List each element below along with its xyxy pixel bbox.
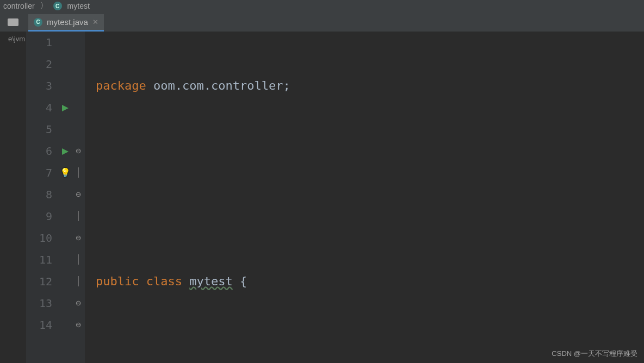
line-number[interactable]: 14 bbox=[26, 314, 52, 336]
fold-toggle-icon[interactable]: ⊖ bbox=[72, 140, 85, 162]
tab-mytest[interactable]: C mytest.java ✕ bbox=[28, 14, 104, 32]
code-token: public bbox=[96, 274, 146, 288]
fold-end-icon[interactable]: ⊖ bbox=[72, 314, 85, 336]
breadcrumb-item[interactable]: controller bbox=[3, 2, 35, 10]
line-number[interactable]: 4 bbox=[26, 97, 52, 118]
code-token: oom.com.controller; bbox=[153, 79, 290, 92]
fold-end-icon[interactable]: ⊖ bbox=[72, 292, 85, 314]
fold-end-icon[interactable]: ⊖ bbox=[72, 227, 85, 249]
editor: e\jvm 1 2 3 4 5 6 7 8 9 10 11 12 13 14 💡… bbox=[0, 32, 644, 363]
line-number[interactable]: 9 bbox=[26, 205, 52, 227]
lightbulb-icon[interactable]: 💡 bbox=[60, 167, 71, 178]
breadcrumb-item[interactable]: mytest bbox=[67, 2, 90, 10]
line-number[interactable]: 10 bbox=[26, 227, 52, 249]
code-area[interactable]: package oom.com.controller; public class… bbox=[85, 32, 644, 363]
code-token: package bbox=[96, 79, 153, 92]
code-token: class bbox=[146, 274, 189, 288]
watermark: CSDN @一天不写程序难受 bbox=[552, 349, 637, 359]
line-number-gutter[interactable]: 1 2 3 4 5 6 7 8 9 10 11 12 13 14 bbox=[26, 32, 59, 363]
project-sidebar-label[interactable]: e\jvm bbox=[0, 32, 26, 363]
line-number[interactable]: 1 bbox=[26, 32, 52, 53]
breadcrumb[interactable]: controller 〉 C mytest bbox=[0, 0, 644, 12]
fold-gutter: ⊖ │ ⊖ │ ⊖ │ │ ⊖ ⊖ bbox=[72, 32, 85, 363]
line-number[interactable]: 3 bbox=[26, 75, 52, 97]
breadcrumb-sep: 〉 bbox=[40, 1, 48, 11]
run-icon[interactable] bbox=[59, 97, 72, 118]
line-number[interactable]: 13 bbox=[26, 292, 52, 314]
gutter-marks: 💡 bbox=[59, 32, 72, 363]
line-number[interactable]: 8 bbox=[26, 184, 52, 205]
editor-tabbar: C mytest.java ✕ bbox=[0, 12, 644, 32]
code-token: mytest bbox=[189, 274, 232, 288]
line-number[interactable]: 6 bbox=[26, 140, 52, 162]
java-file-icon: C bbox=[53, 2, 62, 10]
close-icon[interactable]: ✕ bbox=[92, 18, 98, 26]
line-number[interactable]: 11 bbox=[26, 249, 52, 271]
java-file-icon: C bbox=[34, 18, 42, 27]
fold-toggle-icon[interactable]: ⊖ bbox=[72, 184, 85, 205]
line-number[interactable]: 12 bbox=[26, 271, 52, 292]
run-icon[interactable] bbox=[59, 140, 72, 162]
tab-label: mytest.java bbox=[47, 17, 88, 27]
line-number[interactable]: 7 bbox=[26, 162, 52, 184]
code-token: { bbox=[233, 274, 247, 288]
line-number[interactable]: 2 bbox=[26, 53, 52, 75]
tool-window-toggle-icon[interactable] bbox=[8, 18, 18, 26]
line-number[interactable]: 5 bbox=[26, 118, 52, 140]
